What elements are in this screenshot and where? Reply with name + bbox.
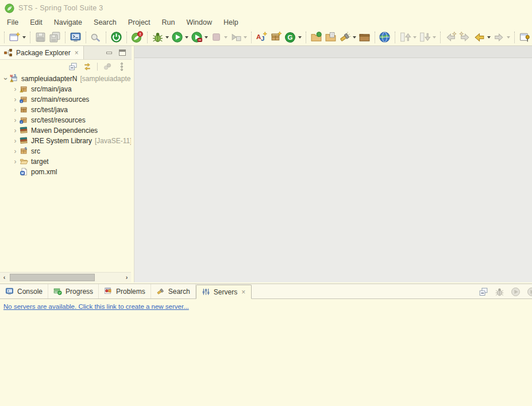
tree-item-src-test-resources[interactable]: ›isrc/test/resources: [0, 115, 131, 125]
toolbar-debug-button[interactable]: [151, 30, 170, 44]
profile-server-icon[interactable]: [527, 287, 532, 297]
toolbar-new-java-class-button[interactable]: AJ: [255, 30, 269, 44]
tree-collapsed-chevron-icon[interactable]: ›: [11, 86, 19, 93]
view-menu-icon[interactable]: [117, 62, 126, 71]
tree-collapsed-chevron-icon[interactable]: ›: [11, 137, 19, 144]
toolbar-profile-button[interactable]: [190, 30, 209, 44]
menu-item-window[interactable]: Window: [181, 17, 218, 28]
tab-servers[interactable]: Servers×: [196, 285, 252, 299]
scrollbar-thumb[interactable]: [10, 274, 95, 281]
dropdown-arrow-icon[interactable]: [433, 36, 436, 39]
toolbar-group-separator: [514, 32, 515, 43]
minimize-icon[interactable]: [106, 52, 112, 54]
back-history-icon: [473, 31, 485, 43]
toolbar-save-all-button[interactable]: [48, 30, 62, 44]
collapse-all-icon[interactable]: [68, 62, 78, 71]
tree-item-src-main-resources[interactable]: ›isrc/main/resources: [0, 94, 131, 105]
tree-item-src[interactable]: ›Ssrc: [0, 146, 131, 156]
toolbar-back-history-button[interactable]: [472, 30, 492, 44]
dropdown-arrow-icon[interactable]: [165, 36, 169, 39]
web-browser-icon: [379, 31, 391, 43]
tab-package-explorer[interactable]: Package Explorer ×: [0, 46, 84, 59]
focus-task-icon[interactable]: [103, 62, 112, 71]
forward-history-icon: [493, 31, 505, 43]
dropdown-arrow-icon[interactable]: [185, 36, 188, 39]
maximize-icon[interactable]: [119, 49, 126, 56]
dropdown-arrow-icon[interactable]: [353, 36, 356, 39]
tree-collapsed-chevron-icon[interactable]: ›: [11, 158, 19, 165]
toolbar-new-wizard-button[interactable]: [7, 30, 27, 44]
tree-item-sampleuiadaptern[interactable]: ›MSsampleuiadapterN[sampleuiadapte: [0, 74, 131, 84]
toolbar-group-separator: [126, 32, 128, 43]
dropdown-arrow-icon[interactable]: [224, 36, 228, 39]
tree-item-target[interactable]: ›target: [0, 156, 131, 167]
dropdown-arrow-icon[interactable]: [413, 36, 417, 39]
toolbar-web-browser-button[interactable]: [377, 30, 392, 44]
tree-expanded-chevron-icon[interactable]: ›: [2, 75, 9, 83]
tree-collapsed-chevron-icon[interactable]: ›: [11, 96, 19, 103]
menu-item-search[interactable]: Search: [88, 17, 122, 28]
tree-collapsed-chevron-icon[interactable]: ›: [11, 127, 19, 134]
tree-item-maven-dependencies[interactable]: ›Maven Dependencies: [0, 125, 131, 136]
dropdown-arrow-icon[interactable]: [22, 36, 26, 39]
toolbar-open-file-button[interactable]: [323, 30, 338, 44]
start-server-icon[interactable]: [511, 287, 521, 297]
dropdown-arrow-icon[interactable]: [487, 36, 491, 39]
toolbar-forward-history-button[interactable]: [492, 30, 511, 44]
tree-collapsed-chevron-icon[interactable]: ›: [11, 106, 19, 113]
menu-item-project[interactable]: Project: [122, 17, 156, 28]
menu-item-run[interactable]: Run: [156, 17, 181, 28]
toolbar-grails-button[interactable]: G: [283, 30, 303, 44]
toolbar-search-flashlight-button[interactable]: [338, 30, 357, 44]
toolbar-save-button[interactable]: [33, 30, 48, 44]
toolbar-next-annotation-button[interactable]: [398, 30, 418, 44]
tree-collapsed-chevron-icon[interactable]: ›: [11, 148, 19, 155]
tree-item-pom-xml[interactable]: Mpom.xml: [0, 167, 131, 177]
dropdown-arrow-icon[interactable]: [205, 36, 208, 39]
toolbar-run-button[interactable]: [170, 30, 190, 44]
toolbar-pin-editor-button[interactable]: [518, 30, 532, 44]
close-icon[interactable]: ×: [241, 289, 246, 296]
toolbar-open-spring-resource-button[interactable]: [309, 30, 323, 44]
menu-item-edit[interactable]: Edit: [24, 17, 48, 28]
close-icon[interactable]: ×: [74, 49, 79, 56]
menu-item-navigate[interactable]: Navigate: [48, 17, 88, 28]
dropdown-arrow-icon[interactable]: [298, 36, 302, 39]
toolbar-new-package-button[interactable]: [269, 30, 283, 44]
toolbar-boot-start-button[interactable]: [109, 30, 124, 44]
toolbar-terminal-button[interactable]: [68, 30, 83, 44]
tree-collapsed-chevron-icon[interactable]: ›: [11, 117, 19, 124]
toolbar-run-external-button[interactable]: [229, 30, 248, 44]
next-edit-location-icon: [459, 31, 471, 43]
scroll-left-icon[interactable]: ‹: [0, 273, 9, 282]
toolbar-inspect-button[interactable]: [88, 30, 103, 44]
tab-console[interactable]: Console: [0, 284, 48, 298]
open-file-icon: [325, 31, 337, 43]
menu-item-file[interactable]: File: [1, 17, 24, 28]
toolbar-prev-annotation-button[interactable]: [418, 30, 437, 44]
toolbar-group: [377, 30, 392, 44]
tree-item-label: src/test/resources: [31, 116, 86, 124]
collapse-all-icon[interactable]: [479, 287, 488, 297]
debug-server-icon[interactable]: [495, 287, 504, 297]
pin-editor-icon: [519, 31, 531, 43]
scroll-right-icon[interactable]: ›: [122, 273, 131, 282]
menu-item-help[interactable]: Help: [218, 17, 244, 28]
create-server-link[interactable]: No servers are available. Click this lin…: [3, 303, 189, 310]
tree-item-src-test-java[interactable]: ›src/test/java: [0, 105, 131, 115]
dropdown-arrow-icon[interactable]: [244, 36, 247, 39]
tab-search[interactable]: Search: [151, 284, 196, 298]
horizontal-scrollbar[interactable]: ‹ ›: [0, 272, 131, 282]
tab-progress[interactable]: Progress: [48, 284, 99, 298]
toolbar-next-edit-location-button[interactable]: [458, 30, 472, 44]
link-with-editor-icon[interactable]: [83, 62, 92, 71]
toolbar-open-resource-button[interactable]: [357, 30, 372, 44]
toolbar-last-edit-location-button[interactable]: [444, 30, 458, 44]
toolbar-group: [68, 30, 83, 44]
tree-item-src-main-java[interactable]: ›src/main/java: [0, 84, 131, 94]
toolbar-spring-report-button[interactable]: [130, 30, 144, 44]
dropdown-arrow-icon[interactable]: [507, 36, 510, 39]
tree-item-jre-system-library[interactable]: ›JRE System Library[JavaSE-11]: [0, 136, 131, 146]
tab-problems[interactable]: Problems: [99, 284, 151, 298]
toolbar-stop-button[interactable]: [209, 30, 229, 44]
